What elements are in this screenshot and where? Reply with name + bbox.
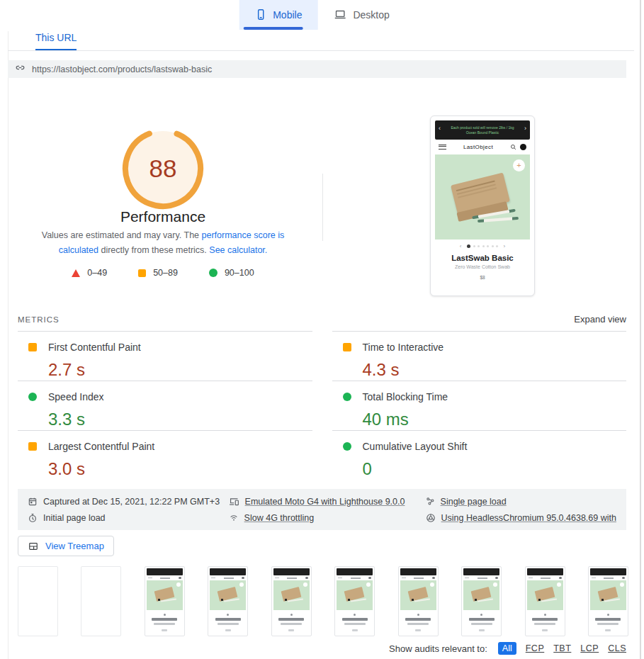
green-circle-icon	[209, 269, 218, 277]
mini-product-text	[210, 610, 246, 631]
filmstrip-frame	[398, 566, 439, 636]
filter-fcp[interactable]: FCP	[526, 643, 545, 653]
wifi-icon	[229, 513, 239, 522]
env-captured-at: Captured at Dec 15, 2021, 12:22 PM GMT+3	[28, 493, 229, 509]
metric-label: First Contentful Paint	[48, 342, 312, 354]
audits-filter-label: Show audits relevant to:	[389, 643, 487, 654]
orange-square-icon	[138, 269, 146, 277]
tab-mobile[interactable]: Mobile	[239, 0, 317, 30]
legend-fail-range: 0–49	[87, 268, 107, 278]
metric-value: 40 ms	[363, 410, 627, 430]
env-emulated-device[interactable]: Emulated Moto G4 with Lighthouse 9.0.0	[229, 493, 426, 509]
search-icon	[510, 144, 516, 150]
device-tabs: Mobile Desktop	[239, 0, 405, 30]
env-throttling[interactable]: Slow 4G throttling	[229, 509, 426, 526]
view-treemap-label: View Treemap	[45, 541, 104, 551]
metric-value: 3.0 s	[48, 459, 312, 480]
url-bar[interactable]: https://lastobject.com/products/lastswab…	[8, 60, 626, 78]
page-load-nodes-icon	[426, 497, 435, 506]
mini-banner	[337, 568, 373, 575]
mini-product-text	[527, 610, 563, 631]
carousel-next-icon: ›	[504, 244, 506, 249]
mini-product-text	[273, 610, 310, 631]
metric-label: Largest Contentful Paint	[48, 441, 312, 453]
tab-desktop[interactable]: Desktop	[317, 0, 405, 30]
env-text: Emulated Moto G4 with Lighthouse 9.0.0	[245, 497, 405, 507]
mini-product-text	[337, 610, 373, 631]
filmstrip-frame	[588, 566, 628, 636]
filmstrip	[18, 566, 628, 636]
mini-product-image	[210, 580, 246, 610]
performance-title: Performance	[57, 208, 269, 225]
performance-gauge: 88	[120, 126, 205, 211]
tab-this-url[interactable]: This URL	[35, 32, 77, 51]
mini-banner	[400, 568, 436, 575]
filter-cls[interactable]: CLS	[608, 643, 626, 653]
pagespeed-report: Mobile Desktop This URL https://lastobje…	[0, 0, 644, 659]
tab-mobile-label: Mobile	[273, 9, 302, 21]
mini-header	[273, 575, 310, 580]
metric-status-icon	[343, 442, 351, 451]
swab	[478, 217, 519, 223]
preview-header-actions	[510, 144, 526, 150]
filmstrip-frame	[525, 566, 565, 636]
metric-label: Speed Index	[48, 391, 312, 403]
env-single-page-load[interactable]: Single page load	[426, 493, 616, 509]
mini-product-text	[463, 610, 499, 631]
mini-header	[590, 575, 626, 580]
view-treemap-button[interactable]: View Treemap	[18, 536, 114, 556]
banner-text: Ocean Bound Plastic	[466, 130, 499, 135]
filmstrip-frame	[208, 566, 248, 636]
filter-tbt[interactable]: TBT	[553, 643, 571, 653]
mini-header	[337, 575, 373, 580]
site-logo: LastObject	[463, 144, 493, 150]
score-section: 88 Performance Values are estimated and …	[0, 106, 644, 305]
mini-product-image	[273, 580, 310, 610]
cart-icon	[520, 144, 526, 150]
metric-value: 0	[363, 459, 627, 480]
filter-all[interactable]: All	[498, 642, 516, 655]
env-text: Initial page load	[43, 513, 106, 523]
mini-header	[463, 575, 499, 580]
mini-product-image	[400, 580, 436, 610]
banner-text: Each product sold will remove 2lbs / 1kg	[451, 125, 514, 130]
mini-banner	[273, 568, 310, 575]
metrics-header: METRICS Expand view	[18, 314, 626, 325]
filter-lcp[interactable]: LCP	[580, 643, 599, 653]
env-browser[interactable]: Using HeadlessChromium 95.0.4638.69 with…	[426, 509, 616, 526]
audited-url: https://lastobject.com/products/lastswab…	[32, 64, 212, 74]
legend-good: 90–100	[209, 268, 254, 278]
mini-product-image	[147, 580, 183, 610]
product-image: +	[435, 154, 530, 240]
metric-speed-index: Speed Index 3.3 s	[18, 381, 312, 430]
desc-text: Values are estimated and may vary. The	[42, 230, 202, 240]
see-calculator-link[interactable]: See calculator.	[209, 245, 267, 255]
env-text: Using HeadlessChromium 95.0.4638.69 with…	[441, 513, 616, 523]
mini-header	[147, 575, 183, 580]
metric-status-icon	[343, 343, 351, 351]
preview-site-header: LastObject	[435, 140, 530, 154]
env-text: Captured at Dec 15, 2021, 12:22 PM GMT+3	[43, 497, 220, 507]
metric-label: Time to Interactive	[363, 342, 627, 354]
laptop-icon	[333, 9, 346, 21]
metric-value: 4.3 s	[363, 360, 627, 381]
filmstrip-frame	[271, 566, 312, 636]
filmstrip-frame	[334, 566, 375, 636]
env-initial-page-load: Initial page load	[28, 509, 229, 526]
metric-label: Total Blocking Time	[363, 391, 627, 403]
legend-average: 50–89	[138, 268, 178, 278]
metrics-grid: First Contentful Paint 2.7 s Time to Int…	[18, 331, 626, 480]
mini-header	[527, 575, 563, 580]
legend-average-range: 50–89	[153, 268, 178, 278]
metric-label: Cumulative Layout Shift	[363, 441, 627, 453]
scrollbar[interactable]	[640, 0, 641, 659]
mini-product-image	[527, 580, 563, 610]
mini-product-image	[590, 580, 626, 610]
tab-desktop-label: Desktop	[353, 9, 389, 21]
desc-text: directly from these metrics.	[98, 245, 209, 255]
mini-product-image	[337, 580, 373, 610]
metric-time-to-interactive: Time to Interactive 4.3 s	[332, 331, 627, 381]
expand-view-link[interactable]: Expand view	[574, 314, 626, 325]
plus-icon: +	[513, 159, 525, 171]
mini-banner	[590, 568, 626, 575]
